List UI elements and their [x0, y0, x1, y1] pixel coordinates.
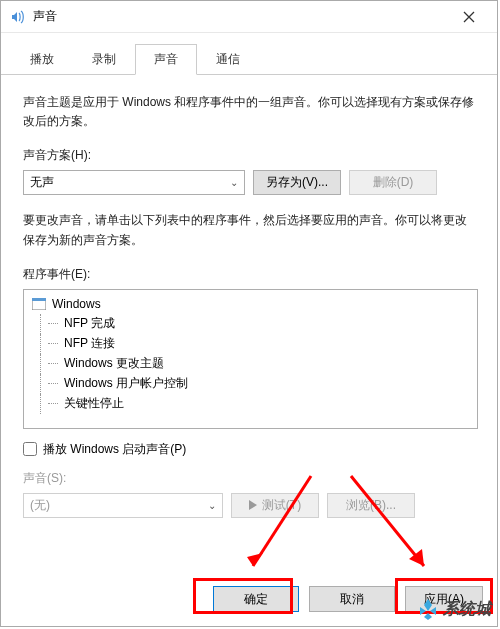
close-button[interactable] [449, 3, 489, 31]
titlebar: 声音 [1, 1, 497, 33]
windows-icon [32, 298, 46, 310]
tab-sounds[interactable]: 声音 [135, 44, 197, 75]
sound-dropdown: (无) ⌄ [23, 493, 223, 518]
tab-recording[interactable]: 录制 [73, 44, 135, 75]
events-description: 要更改声音，请单击以下列表中的程序事件，然后选择要应用的声音。你可以将更改保存为… [23, 211, 475, 249]
tree-item: Windows 用户帐户控制 [26, 374, 475, 394]
svg-marker-3 [247, 553, 263, 566]
tree-item: 关键性停止 [26, 394, 475, 414]
delete-button: 删除(D) [349, 170, 437, 195]
svg-marker-6 [424, 599, 432, 611]
tab-playback[interactable]: 播放 [11, 44, 73, 75]
program-events-tree[interactable]: Windows NFP 完成 NFP 连接 Windows 更改主题 Windo… [23, 289, 478, 429]
tab-communications[interactable]: 通信 [197, 44, 259, 75]
ok-button[interactable]: 确定 [213, 586, 299, 612]
svg-marker-8 [430, 607, 436, 615]
tree-root-label: Windows [52, 297, 101, 311]
svg-rect-1 [32, 298, 46, 301]
chevron-down-icon: ⌄ [208, 500, 216, 511]
scheme-label: 声音方案(H): [23, 147, 475, 164]
tree-item: Windows 更改主题 [26, 354, 475, 374]
cancel-button[interactable]: 取消 [309, 586, 395, 612]
window-title: 声音 [33, 8, 449, 25]
watermark: 系统城 [417, 598, 491, 620]
chevron-down-icon: ⌄ [230, 177, 238, 188]
watermark-text: 系统城 [443, 599, 491, 620]
sound-dialog: 声音 播放 录制 声音 通信 声音主题是应用于 Windows 和程序事件中的一… [0, 0, 498, 627]
tab-content: 声音主题是应用于 Windows 和程序事件中的一组声音。你可以选择现有方案或保… [1, 75, 497, 528]
scheme-dropdown[interactable]: 无声 ⌄ [23, 170, 245, 195]
sound-value: (无) [30, 497, 50, 514]
sound-label: 声音(S): [23, 470, 475, 487]
theme-description: 声音主题是应用于 Windows 和程序事件中的一组声音。你可以选择现有方案或保… [23, 93, 475, 131]
tree-root: Windows [26, 294, 475, 314]
save-as-button[interactable]: 另存为(V)... [253, 170, 341, 195]
tree-item: NFP 连接 [26, 334, 475, 354]
svg-marker-9 [424, 613, 432, 620]
tree-item: NFP 完成 [26, 314, 475, 334]
play-icon [249, 500, 257, 510]
svg-marker-5 [409, 549, 424, 566]
sound-icon [9, 9, 25, 25]
svg-marker-7 [420, 607, 426, 615]
close-icon [463, 11, 475, 23]
play-startup-checkbox[interactable] [23, 442, 37, 456]
tab-strip: 播放 录制 声音 通信 [1, 33, 497, 75]
events-label: 程序事件(E): [23, 266, 475, 283]
watermark-logo-icon [417, 598, 439, 620]
play-startup-label: 播放 Windows 启动声音(P) [43, 441, 186, 458]
scheme-value: 无声 [30, 174, 54, 191]
browse-button: 浏览(B)... [327, 493, 415, 518]
test-button: 测试(T) [231, 493, 319, 518]
